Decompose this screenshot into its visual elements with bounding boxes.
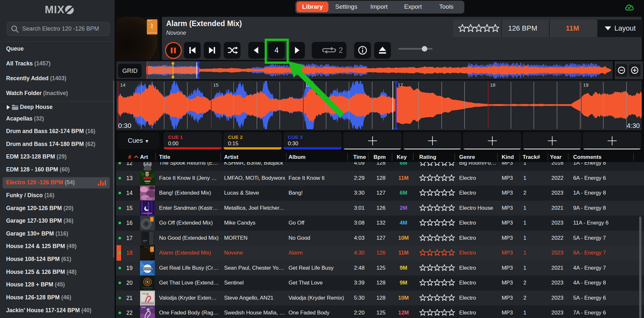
svg-text:16: 16 — [305, 82, 311, 88]
svg-text:14: 14 — [120, 82, 126, 88]
svg-text:MASHUPS: MASHUPS — [142, 268, 153, 270]
svg-text:17: 17 — [398, 82, 403, 88]
svg-text:18: 18 — [490, 82, 496, 88]
svg-text:2: 2 — [339, 46, 343, 54]
svg-text:4:30: 4:30 — [627, 122, 640, 129]
svg-text:0:30: 0:30 — [118, 122, 131, 129]
svg-text:15: 15 — [213, 82, 219, 88]
svg-text:19: 19 — [583, 82, 589, 88]
